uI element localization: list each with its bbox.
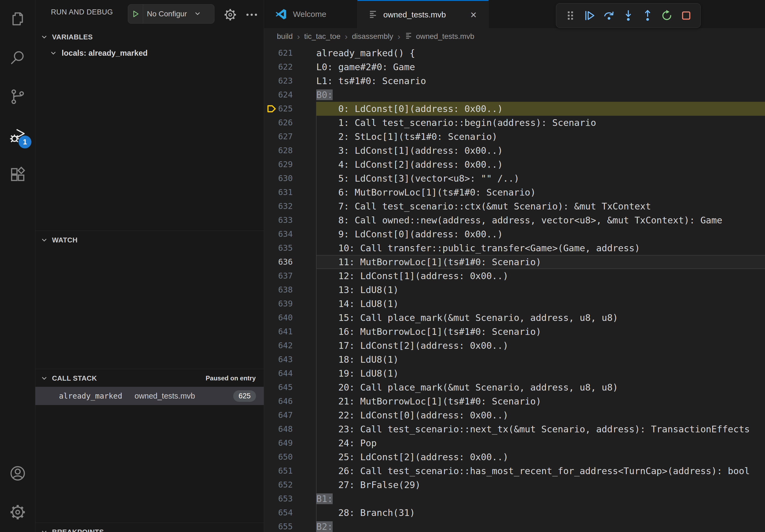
start-debug-icon[interactable] (128, 5, 143, 23)
code-line[interactable]: 622 L0: game#2#0: Game (264, 60, 765, 74)
section-watch[interactable]: WATCH (35, 232, 264, 247)
step-into-button[interactable] (620, 8, 636, 23)
code-line[interactable]: 644 19: LdU8(1) (264, 367, 765, 381)
code-line[interactable]: 631 6: MutBorrowLoc[1](ts#1#0: Scenario) (264, 185, 765, 199)
code-line[interactable]: 652 27: BrFalse(29) (264, 478, 765, 492)
sidebar-item-run-and-debug[interactable]: 1 (0, 117, 35, 155)
breadcrumb-item-file[interactable]: owned_tests.mvb (405, 32, 474, 42)
breadcrumb-item[interactable]: tic_tac_toe (304, 32, 341, 41)
gutter[interactable]: 624 (264, 88, 316, 102)
tab-welcome[interactable]: Welcome (264, 0, 357, 28)
code-line[interactable]: 624 B0: (264, 88, 765, 102)
gutter[interactable]: 634 (264, 227, 316, 241)
sidebar-item-explorer[interactable] (0, 0, 35, 39)
close-icon[interactable]: × (469, 9, 478, 20)
code-line[interactable]: 642 17: LdConst[2](address: 0x00..) (264, 339, 765, 353)
breadcrumb-item[interactable]: disassembly (352, 32, 393, 41)
sidebar-item-extensions[interactable] (0, 155, 35, 194)
toolbar-drag-handle[interactable] (563, 8, 578, 23)
gutter[interactable]: 629 (264, 157, 316, 171)
gutter[interactable]: 646 (264, 394, 316, 408)
code-line[interactable]: 649 24: Pop (264, 436, 765, 450)
code-line[interactable]: 643 18: LdU8(1) (264, 353, 765, 367)
gutter[interactable]: 628 (264, 143, 316, 157)
gutter[interactable]: 631 (264, 185, 316, 199)
code-editor[interactable]: 621 already_marked() { 622 L0: game#2#0:… (264, 44, 765, 532)
code-line[interactable]: 651 26: Call test_scenario::has_most_rec… (264, 464, 765, 478)
account-button[interactable] (0, 454, 35, 493)
code-line[interactable]: 655 B2: (264, 520, 765, 532)
code-line[interactable]: 647 22: LdConst[0](address: 0x00..) (264, 408, 765, 422)
code-line[interactable]: 632 7: Call test_scenario::ctx(&mut Scen… (264, 199, 765, 213)
gutter[interactable]: 625 (264, 102, 316, 116)
gutter[interactable]: 647 (264, 408, 316, 422)
gutter[interactable]: 648 (264, 422, 316, 436)
code-line[interactable]: 637 12: LdConst[1](address: 0x00..) (264, 269, 765, 283)
gutter[interactable]: 636 (264, 255, 316, 269)
code-line[interactable]: 626 1: Call test_scenario::begin(address… (264, 116, 765, 130)
code-line[interactable]: 621 already_marked() { (264, 46, 765, 60)
section-variables[interactable]: VARIABLES (35, 30, 264, 45)
launch-configuration-dropdown[interactable]: No Configur (128, 4, 215, 24)
continue-button[interactable] (582, 8, 597, 23)
gutter[interactable]: 642 (264, 339, 316, 353)
gutter[interactable]: 643 (264, 353, 316, 367)
gutter[interactable]: 652 (264, 478, 316, 492)
code-line[interactable]: 654 28: Branch(31) (264, 506, 765, 520)
code-line[interactable]: 623 L1: ts#1#0: Scenario (264, 74, 765, 88)
step-out-button[interactable] (640, 8, 655, 23)
gutter[interactable]: 645 (264, 381, 316, 394)
code-line[interactable]: 645 20: Call place_mark(&mut Scenario, a… (264, 381, 765, 394)
code-line[interactable]: 635 10: Call transfer::public_transfer<G… (264, 241, 765, 255)
code-line[interactable]: 641 16: MutBorrowLoc[1](ts#1#0: Scenario… (264, 325, 765, 339)
section-breakpoints[interactable]: BREAKPOINTS (35, 524, 264, 532)
code-line[interactable]: 633 8: Call owned::new(address, address,… (264, 213, 765, 227)
gutter[interactable]: 641 (264, 325, 316, 339)
step-over-button[interactable] (601, 8, 617, 23)
gutter[interactable]: 649 (264, 436, 316, 450)
code-line[interactable]: 638 13: LdU8(1) (264, 283, 765, 297)
gutter[interactable]: 640 (264, 311, 316, 325)
gutter[interactable]: 626 (264, 116, 316, 130)
gutter[interactable]: 633 (264, 213, 316, 227)
tab-owned-tests[interactable]: owned_tests.mvb × (357, 0, 489, 29)
code-line[interactable]: 648 23: Call test_scenario::next_tx(&mut… (264, 422, 765, 436)
gutter[interactable]: 630 (264, 171, 316, 185)
gutter[interactable]: 622 (264, 60, 316, 74)
section-call-stack[interactable]: CALL STACK Paused on entry (35, 371, 264, 386)
gutter[interactable]: 650 (264, 450, 316, 464)
gutter[interactable]: 653 (264, 492, 316, 506)
gutter[interactable]: 627 (264, 130, 316, 143)
variables-scope-locals[interactable]: locals: already_marked (35, 46, 264, 61)
gutter[interactable]: 644 (264, 367, 316, 381)
gutter[interactable]: 638 (264, 283, 316, 297)
stop-button[interactable] (678, 8, 694, 23)
code-line[interactable]: 627 2: StLoc[1](ts#1#0: Scenario) (264, 130, 765, 143)
debug-settings-gear-icon[interactable] (223, 8, 238, 23)
code-line[interactable]: 628 3: LdConst[1](address: 0x00..) (264, 143, 765, 157)
more-actions-icon[interactable] (245, 8, 259, 23)
gutter[interactable]: 637 (264, 269, 316, 283)
settings-button[interactable] (0, 493, 35, 532)
gutter[interactable]: 639 (264, 297, 316, 311)
gutter[interactable]: 654 (264, 506, 316, 520)
code-line[interactable]: 639 14: LdU8(1) (264, 297, 765, 311)
gutter[interactable]: 623 (264, 74, 316, 88)
code-line[interactable]: 634 9: LdConst[0](address: 0x00..) (264, 227, 765, 241)
sidebar-item-source-control[interactable] (0, 78, 35, 117)
restart-button[interactable] (659, 8, 675, 23)
code-line[interactable]: 629 4: LdConst[2](address: 0x00..) (264, 157, 765, 171)
code-line[interactable]: 653 B1: (264, 492, 765, 506)
code-line[interactable]: 646 21: MutBorrowLoc[1](ts#1#0: Scenario… (264, 394, 765, 408)
gutter[interactable]: 655 (264, 520, 316, 532)
breadcrumb-item[interactable]: build (277, 32, 293, 41)
gutter[interactable]: 651 (264, 464, 316, 478)
code-line[interactable]: 630 5: LdConst[3](vector<u8>: "" /..) (264, 171, 765, 185)
gutter[interactable]: 635 (264, 241, 316, 255)
code-line[interactable]: 650 25: LdConst[2](address: 0x00..) (264, 450, 765, 464)
code-line[interactable]: 640 15: Call place_mark(&mut Scenario, a… (264, 311, 765, 325)
gutter[interactable]: 632 (264, 199, 316, 213)
code-line[interactable]: 636 11: MutBorrowLoc[1](ts#1#0: Scenario… (264, 255, 765, 269)
gutter[interactable]: 621 (264, 46, 316, 60)
code-line[interactable]: 625 0: LdConst[0](address: 0x00..) (264, 102, 765, 116)
